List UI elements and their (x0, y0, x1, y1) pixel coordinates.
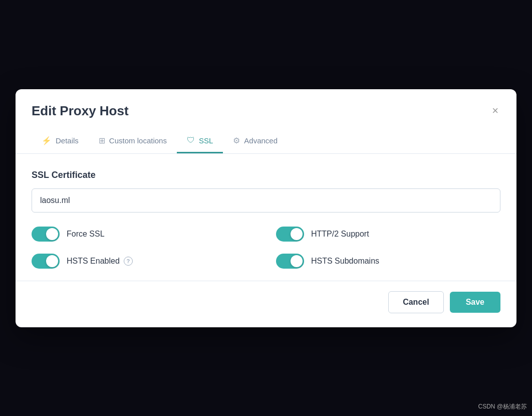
modal-body: SSL Certificate Force SSL (16, 154, 516, 281)
hsts-enabled-thumb (46, 255, 58, 267)
details-icon: ⚡ (42, 136, 52, 145)
tab-ssl[interactable]: 🛡 SSL (177, 129, 223, 153)
force-ssl-row: Force SSL (32, 227, 256, 242)
watermark: CSDN @杨浦老苏 (478, 402, 527, 411)
tab-ssl-label: SSL (199, 136, 213, 145)
http2-support-row: HTTP/2 Support (276, 227, 500, 242)
hsts-subdomains-track[interactable] (276, 254, 304, 269)
http2-support-track[interactable] (276, 227, 304, 242)
ssl-certificate-input[interactable] (32, 188, 500, 213)
tab-details-label: Details (56, 136, 79, 145)
hsts-enabled-label: HSTS Enabled ? (67, 257, 133, 266)
toggles-grid: Force SSL HTTP/2 Support (32, 227, 500, 269)
cancel-button[interactable]: Cancel (388, 291, 443, 313)
modal-footer: Cancel Save (16, 281, 516, 327)
modal-dialog: Edit Proxy Host × ⚡ Details ⊞ Custom loc… (16, 89, 516, 327)
modal-overlay: CSDN @杨浦老苏 Edit Proxy Host × ⚡ Details ⊞… (0, 0, 532, 416)
force-ssl-track[interactable] (32, 227, 60, 242)
gear-icon: ⚙ (233, 136, 240, 145)
force-ssl-toggle[interactable] (32, 227, 60, 242)
hsts-enabled-toggle[interactable] (32, 254, 60, 269)
hsts-subdomains-thumb (291, 255, 303, 267)
hsts-enabled-track[interactable] (32, 254, 60, 269)
hsts-subdomains-row: HSTS Subdomains (276, 254, 500, 269)
tab-advanced[interactable]: ⚙ Advanced (223, 129, 288, 154)
tab-custom-locations-label: Custom locations (109, 136, 167, 145)
force-ssl-thumb (46, 228, 58, 240)
http2-support-thumb (291, 228, 303, 240)
ssl-section-title: SSL Certificate (32, 170, 500, 180)
close-button[interactable]: × (490, 103, 500, 118)
http2-support-toggle[interactable] (276, 227, 304, 242)
modal-title: Edit Proxy Host (32, 103, 129, 119)
modal-header: Edit Proxy Host × (16, 89, 516, 119)
tab-bar: ⚡ Details ⊞ Custom locations 🛡 SSL ⚙ Adv… (16, 129, 516, 154)
http2-support-label: HTTP/2 Support (311, 230, 369, 239)
save-button[interactable]: Save (450, 292, 500, 313)
hsts-help-icon[interactable]: ? (124, 257, 133, 266)
tab-details[interactable]: ⚡ Details (32, 129, 89, 154)
hsts-subdomains-toggle[interactable] (276, 254, 304, 269)
hsts-enabled-row: HSTS Enabled ? (32, 254, 256, 269)
hsts-subdomains-label: HSTS Subdomains (311, 257, 379, 266)
force-ssl-label: Force SSL (67, 230, 105, 239)
layers-icon: ⊞ (99, 136, 105, 145)
ssl-shield-icon: 🛡 (187, 136, 195, 145)
tab-advanced-label: Advanced (244, 136, 278, 145)
tab-custom-locations[interactable]: ⊞ Custom locations (89, 129, 177, 154)
